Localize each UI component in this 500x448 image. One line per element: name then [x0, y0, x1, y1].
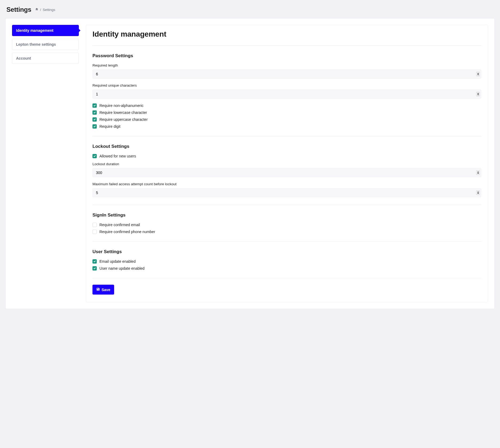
require-lowercase-checkbox[interactable]	[92, 110, 97, 115]
allowed-new-users-label[interactable]: Allowed for new users	[99, 154, 136, 158]
section-heading-lockout: Lockout Settings	[92, 144, 481, 149]
lockout-duration-input[interactable]	[92, 168, 481, 177]
require-uppercase-checkbox[interactable]	[92, 117, 97, 122]
sidebar-item-label: Lepton theme settings	[12, 39, 79, 50]
allowed-new-users-checkbox[interactable]	[92, 154, 97, 158]
required-length-input[interactable]	[92, 69, 481, 79]
require-nonalpha-checkbox[interactable]	[92, 103, 97, 108]
username-update-label[interactable]: User name update enabled	[99, 266, 145, 271]
sidebar-item-label: Account	[12, 53, 79, 64]
require-uppercase-label[interactable]: Require uppercase character	[99, 117, 148, 122]
require-digit-checkbox[interactable]	[92, 124, 97, 129]
require-digit-label[interactable]: Require digit	[99, 124, 121, 129]
save-button-label: Save	[102, 288, 110, 292]
section-heading-signin: SignIn Settings	[92, 213, 481, 218]
divider	[92, 278, 481, 278]
unique-chars-input[interactable]	[92, 90, 481, 99]
require-confirmed-email-label[interactable]: Require confirmed email	[99, 223, 140, 227]
home-icon[interactable]	[35, 7, 38, 12]
breadcrumb: / Settings	[35, 7, 55, 12]
max-failed-input[interactable]	[92, 188, 481, 197]
save-icon	[96, 287, 100, 292]
require-confirmed-phone-checkbox[interactable]	[92, 230, 97, 234]
email-update-label[interactable]: Email update enabled	[99, 259, 135, 264]
username-update-checkbox[interactable]	[92, 266, 97, 271]
required-length-label: Required length	[92, 63, 481, 67]
breadcrumb-separator: /	[40, 8, 41, 12]
email-update-checkbox[interactable]	[92, 259, 97, 264]
require-nonalpha-label[interactable]: Require non-alphanumeric	[99, 103, 144, 108]
page-title: Settings	[6, 6, 31, 13]
require-confirmed-phone-label[interactable]: Require confirmed phone number	[99, 230, 155, 234]
sidebar-item-identity-management[interactable]: Identity management	[12, 25, 79, 36]
breadcrumb-current: Settings	[43, 8, 55, 12]
section-heading-user: User Settings	[92, 249, 481, 254]
require-confirmed-email-checkbox[interactable]	[92, 223, 97, 227]
require-lowercase-label[interactable]: Require lowercase character	[99, 110, 147, 115]
save-button[interactable]: Save	[92, 285, 114, 295]
lockout-duration-label: Lockout duration	[92, 162, 481, 166]
max-failed-label: Maximum failed access attempt count befo…	[92, 182, 481, 186]
sidebar-item-lepton-theme-settings[interactable]: Lepton theme settings	[12, 39, 79, 50]
section-heading-password: Password Settings	[92, 53, 481, 59]
unique-chars-label: Required unique characters	[92, 83, 481, 87]
number-stepper-icon[interactable]	[476, 171, 480, 175]
number-stepper-icon[interactable]	[476, 72, 480, 76]
sidebar-item-account[interactable]: Account	[12, 53, 79, 64]
number-stepper-icon[interactable]	[476, 92, 480, 96]
number-stepper-icon[interactable]	[476, 191, 480, 195]
sidebar-item-label: Identity management	[12, 25, 79, 36]
content-title: Identity management	[92, 30, 481, 38]
